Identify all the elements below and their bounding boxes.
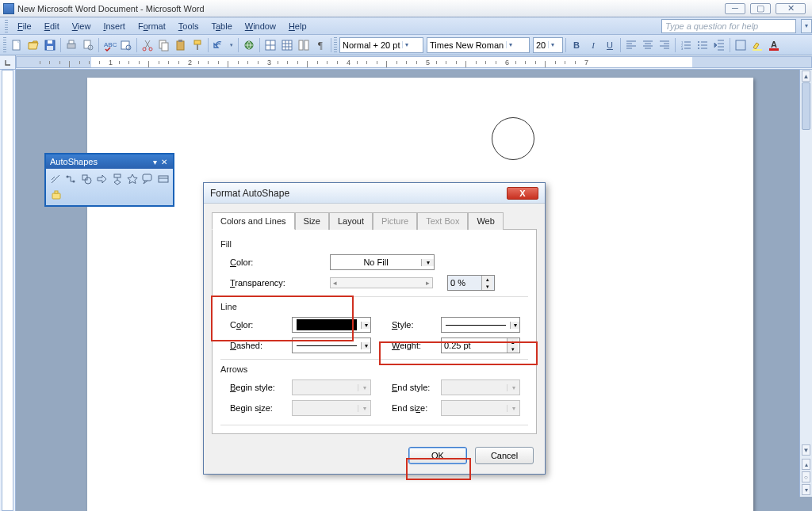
window-minimize-button[interactable]: ─ (725, 3, 745, 14)
tab-web[interactable]: Web (468, 212, 503, 230)
autoshapes-toolbar[interactable]: AutoShapes ▾ ✕ (44, 153, 174, 207)
tab-layout[interactable]: Layout (329, 212, 373, 230)
align-center-icon[interactable] (640, 37, 656, 53)
autoshape-extra-icon[interactable] (48, 188, 63, 203)
spellcheck-icon[interactable]: ABC (102, 37, 117, 53)
vertical-scrollbar[interactable]: ▲ ▼ ▴ ○ ▾ (799, 70, 812, 497)
menu-help[interactable]: Help (282, 19, 313, 33)
callouts-category-icon[interactable] (140, 171, 155, 186)
help-search-dropdown[interactable]: ▾ (801, 19, 812, 33)
highlight-icon[interactable] (749, 37, 765, 53)
show-hide-icon[interactable]: ¶ (312, 37, 328, 53)
line-style-label: Style: (392, 320, 441, 330)
print-preview-icon[interactable] (80, 37, 96, 53)
circle-autoshape[interactable] (492, 117, 534, 160)
toolbar-grip-1[interactable] (3, 37, 6, 53)
basic-shapes-category-icon[interactable] (79, 171, 94, 186)
redo-dropdown-icon[interactable]: ▾ (228, 37, 236, 53)
connectors-category-icon[interactable] (63, 171, 78, 186)
tab-colors-and-lines[interactable]: Colors and Lines (212, 212, 295, 230)
autoshapes-options-icon[interactable]: ▾ (150, 158, 159, 166)
borders-icon[interactable] (733, 37, 749, 53)
tab-size[interactable]: Size (295, 212, 329, 230)
dialog-titlebar[interactable]: Format AutoShape X (204, 183, 545, 204)
block-arrows-category-icon[interactable] (94, 171, 109, 186)
autoshapes-close-icon[interactable]: ✕ (159, 158, 169, 166)
menu-format[interactable]: Format (132, 19, 172, 33)
scroll-thumb[interactable] (802, 82, 810, 130)
undo-icon[interactable] (211, 37, 227, 53)
menu-tools[interactable]: Tools (172, 19, 205, 33)
save-icon[interactable] (42, 37, 58, 53)
more-autoshapes-icon[interactable] (156, 171, 170, 186)
cut-icon[interactable] (140, 37, 155, 53)
flowchart-category-icon[interactable] (110, 171, 124, 186)
menu-file[interactable]: File (11, 19, 38, 33)
dashed-preview (297, 345, 357, 346)
copy-icon[interactable] (156, 37, 172, 53)
insert-table-icon[interactable] (279, 37, 295, 53)
svg-rect-39 (143, 174, 151, 181)
new-document-icon[interactable] (9, 37, 25, 53)
next-page-button[interactable]: ▾ (802, 484, 810, 495)
stars-banners-category-icon[interactable] (125, 171, 140, 186)
chevron-down-icon: ▾ (361, 322, 370, 329)
cancel-button[interactable]: Cancel (475, 447, 534, 464)
window-close-button[interactable]: ✕ (776, 3, 806, 14)
horizontal-ruler[interactable]: 1234567 (16, 56, 812, 68)
ok-button[interactable]: OK (408, 447, 467, 464)
transparency-spinner[interactable]: ▴▾ (447, 275, 495, 291)
svg-rect-2 (48, 40, 52, 44)
transparency-value[interactable] (448, 276, 481, 290)
toolbar-grip-2[interactable] (334, 37, 337, 53)
numbered-list-icon[interactable]: 123 (678, 37, 694, 53)
research-icon[interactable] (118, 37, 134, 53)
scroll-up-button[interactable]: ▲ (802, 71, 810, 82)
font-combo-value: Times New Roman (430, 40, 504, 50)
line-color-combo[interactable]: ▾ (292, 317, 371, 333)
decrease-indent-icon[interactable] (711, 37, 727, 53)
open-icon[interactable] (25, 37, 41, 53)
underline-icon[interactable]: U (602, 37, 618, 53)
menubar-grip[interactable] (5, 20, 8, 32)
bulleted-list-icon[interactable] (695, 37, 710, 53)
menu-window[interactable]: Window (239, 19, 282, 33)
ruler-number: 2 (188, 59, 192, 67)
lines-category-icon[interactable] (48, 171, 63, 186)
dashed-combo[interactable]: ▾ (292, 337, 371, 353)
weight-spinner[interactable]: ▴▾ (441, 337, 520, 353)
bold-icon[interactable]: B (569, 37, 584, 53)
align-right-icon[interactable] (657, 37, 672, 53)
hyperlink-icon[interactable] (241, 37, 257, 53)
align-left-icon[interactable] (623, 37, 639, 53)
tab-type-icon[interactable] (4, 59, 12, 67)
tables-borders-icon[interactable] (262, 37, 278, 53)
style-combo[interactable]: Normal + 20 pt▾ (339, 37, 423, 53)
svg-rect-6 (84, 40, 90, 48)
dialog-close-button[interactable]: X (507, 187, 538, 200)
line-style-combo[interactable]: ▾ (441, 317, 520, 333)
font-combo[interactable]: Times New Roman▾ (427, 37, 530, 53)
font-color-icon[interactable]: A (766, 37, 782, 53)
menu-table[interactable]: Table (205, 19, 238, 33)
font-size-combo[interactable]: 20▾ (533, 37, 563, 53)
italic-icon[interactable]: I (585, 37, 601, 53)
print-icon[interactable] (63, 37, 79, 53)
columns-icon[interactable] (296, 37, 312, 53)
tab-picture: Picture (373, 212, 417, 230)
menu-view[interactable]: View (66, 19, 98, 33)
menu-insert[interactable]: Insert (97, 19, 132, 33)
format-painter-icon[interactable] (190, 37, 205, 53)
weight-value[interactable] (442, 338, 507, 353)
fill-color-combo[interactable]: No Fill ▾ (330, 254, 435, 270)
help-search-input[interactable]: Type a question for help (661, 19, 796, 33)
autoshapes-toolbar-header[interactable]: AutoShapes ▾ ✕ (46, 154, 173, 169)
transparency-slider[interactable]: ◂▸ (330, 277, 433, 288)
menu-edit[interactable]: Edit (38, 19, 66, 33)
prev-page-button[interactable]: ▴ (802, 459, 810, 470)
window-maximize-button[interactable]: ▢ (750, 3, 771, 14)
browse-object-button[interactable]: ○ (802, 471, 810, 482)
paste-icon[interactable] (173, 37, 189, 53)
vertical-ruler[interactable] (0, 70, 16, 511)
scroll-down-button[interactable]: ▼ (802, 444, 810, 456)
